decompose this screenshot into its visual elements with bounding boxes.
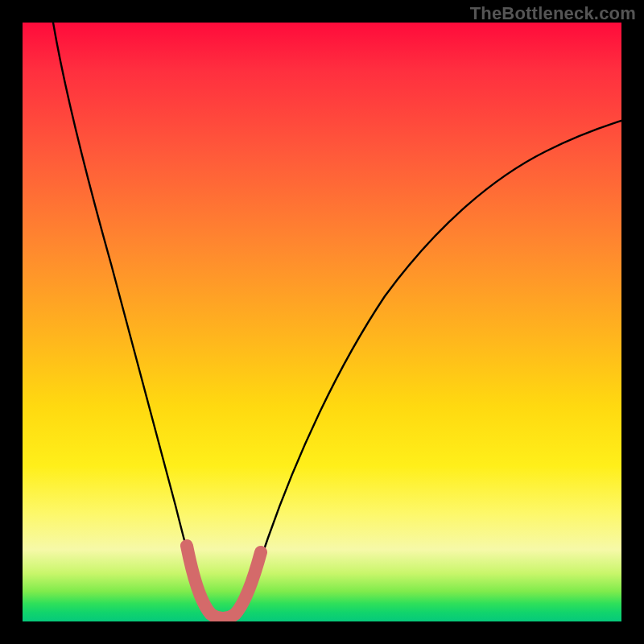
highlight-segment	[187, 546, 261, 618]
chart-svg	[23, 23, 621, 621]
watermark-text: TheBottleneck.com	[470, 3, 636, 24]
chart-frame: TheBottleneck.com	[0, 0, 644, 644]
bottleneck-curve	[53, 23, 621, 621]
